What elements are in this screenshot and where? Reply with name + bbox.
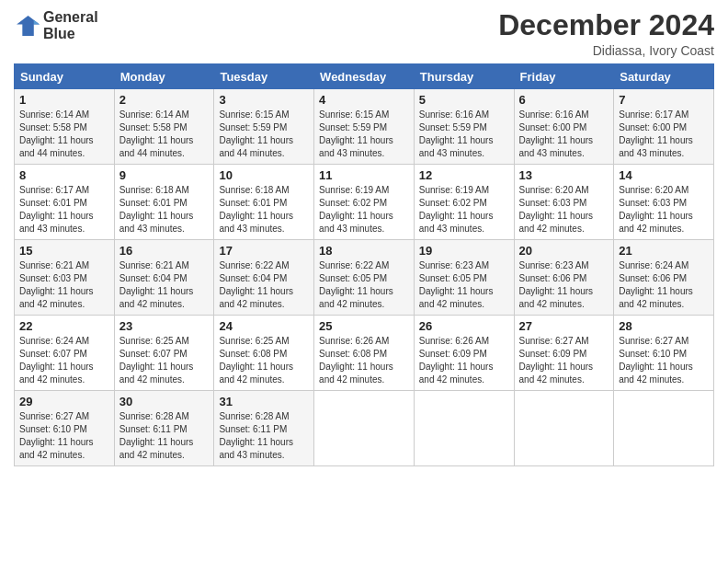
day-number: 18 (319, 244, 409, 258)
day-info: Sunrise: 6:18 AMSunset: 6:01 PMDaylight:… (219, 184, 309, 236)
calendar-cell: 22 Sunrise: 6:24 AMSunset: 6:07 PMDaylig… (15, 316, 115, 391)
calendar: SundayMondayTuesdayWednesdayThursdayFrid… (14, 63, 714, 466)
day-number: 7 (619, 93, 709, 107)
day-number: 21 (619, 244, 709, 258)
day-info: Sunrise: 6:25 AMSunset: 6:08 PMDaylight:… (219, 335, 309, 386)
calendar-week-0: 1 Sunrise: 6:14 AMSunset: 5:58 PMDayligh… (15, 89, 714, 165)
calendar-cell: 21 Sunrise: 6:24 AMSunset: 6:06 PMDaylig… (614, 240, 714, 316)
header-friday: Friday (514, 64, 614, 89)
day-info: Sunrise: 6:27 AMSunset: 6:10 PMDaylight:… (19, 410, 109, 462)
calendar-cell: 2 Sunrise: 6:14 AMSunset: 5:58 PMDayligh… (114, 89, 214, 165)
calendar-cell: 27 Sunrise: 6:27 AMSunset: 6:09 PMDaylig… (514, 316, 614, 391)
day-number: 25 (319, 319, 409, 333)
calendar-cell: 30 Sunrise: 6:28 AMSunset: 6:11 PMDaylig… (114, 391, 214, 466)
logo: General Blue (14, 9, 98, 41)
calendar-cell: 19 Sunrise: 6:23 AMSunset: 6:05 PMDaylig… (414, 240, 514, 316)
day-info: Sunrise: 6:18 AMSunset: 6:01 PMDaylight:… (119, 184, 210, 236)
day-number: 12 (419, 168, 509, 182)
day-number: 9 (119, 168, 210, 182)
calendar-cell: 13 Sunrise: 6:20 AMSunset: 6:03 PMDaylig… (514, 165, 614, 240)
day-number: 30 (119, 395, 210, 408)
calendar-body: 1 Sunrise: 6:14 AMSunset: 5:58 PMDayligh… (15, 89, 714, 466)
day-info: Sunrise: 6:28 AMSunset: 6:11 PMDaylight:… (119, 410, 210, 462)
calendar-cell: 28 Sunrise: 6:27 AMSunset: 6:10 PMDaylig… (614, 316, 714, 391)
day-info: Sunrise: 6:17 AMSunset: 6:01 PMDaylight:… (19, 184, 109, 236)
day-info: Sunrise: 6:26 AMSunset: 6:09 PMDaylight:… (419, 335, 509, 386)
calendar-cell: 11 Sunrise: 6:19 AMSunset: 6:02 PMDaylig… (314, 165, 415, 240)
calendar-week-1: 8 Sunrise: 6:17 AMSunset: 6:01 PMDayligh… (15, 165, 714, 240)
calendar-week-2: 15 Sunrise: 6:21 AMSunset: 6:03 PMDaylig… (15, 240, 714, 316)
calendar-cell (614, 391, 714, 466)
day-number: 23 (119, 319, 210, 333)
day-info: Sunrise: 6:21 AMSunset: 6:03 PMDaylight:… (19, 259, 109, 311)
calendar-week-3: 22 Sunrise: 6:24 AMSunset: 6:07 PMDaylig… (15, 316, 714, 391)
day-info: Sunrise: 6:28 AMSunset: 6:11 PMDaylight:… (219, 410, 309, 462)
calendar-cell: 31 Sunrise: 6:28 AMSunset: 6:11 PMDaylig… (214, 391, 314, 466)
day-info: Sunrise: 6:17 AMSunset: 6:00 PMDaylight:… (619, 109, 709, 160)
day-info: Sunrise: 6:14 AMSunset: 5:58 PMDaylight:… (19, 109, 109, 160)
header-wednesday: Wednesday (314, 64, 415, 89)
svg-marker-0 (17, 16, 40, 36)
calendar-cell: 1 Sunrise: 6:14 AMSunset: 5:58 PMDayligh… (15, 89, 115, 165)
calendar-cell: 16 Sunrise: 6:21 AMSunset: 6:04 PMDaylig… (114, 240, 214, 316)
calendar-cell: 29 Sunrise: 6:27 AMSunset: 6:10 PMDaylig… (15, 391, 115, 466)
calendar-cell: 7 Sunrise: 6:17 AMSunset: 6:00 PMDayligh… (614, 89, 714, 165)
day-info: Sunrise: 6:24 AMSunset: 6:06 PMDaylight:… (619, 259, 709, 311)
calendar-cell (314, 391, 415, 466)
calendar-cell (514, 391, 614, 466)
header-thursday: Thursday (414, 64, 514, 89)
day-number: 19 (419, 244, 509, 258)
calendar-cell: 6 Sunrise: 6:16 AMSunset: 6:00 PMDayligh… (514, 89, 614, 165)
calendar-cell: 15 Sunrise: 6:21 AMSunset: 6:03 PMDaylig… (15, 240, 115, 316)
day-info: Sunrise: 6:15 AMSunset: 5:59 PMDaylight:… (319, 109, 409, 160)
logo-line1: General (43, 9, 98, 26)
logo-icon (14, 13, 40, 39)
day-number: 22 (19, 319, 109, 333)
day-info: Sunrise: 6:15 AMSunset: 5:59 PMDaylight:… (219, 109, 309, 160)
day-info: Sunrise: 6:14 AMSunset: 5:58 PMDaylight:… (119, 109, 210, 160)
calendar-cell: 14 Sunrise: 6:20 AMSunset: 6:03 PMDaylig… (614, 165, 714, 240)
calendar-cell: 17 Sunrise: 6:22 AMSunset: 6:04 PMDaylig… (214, 240, 314, 316)
day-info: Sunrise: 6:16 AMSunset: 5:59 PMDaylight:… (419, 109, 509, 160)
day-number: 6 (519, 93, 609, 107)
day-number: 15 (19, 244, 109, 258)
day-number: 28 (619, 319, 709, 333)
day-number: 29 (19, 395, 109, 408)
day-info: Sunrise: 6:27 AMSunset: 6:10 PMDaylight:… (619, 335, 709, 386)
day-number: 3 (219, 93, 309, 107)
day-info: Sunrise: 6:25 AMSunset: 6:07 PMDaylight:… (119, 335, 210, 386)
day-number: 26 (419, 319, 509, 333)
calendar-cell: 23 Sunrise: 6:25 AMSunset: 6:07 PMDaylig… (114, 316, 214, 391)
header-monday: Monday (114, 64, 214, 89)
calendar-cell: 10 Sunrise: 6:18 AMSunset: 6:01 PMDaylig… (214, 165, 314, 240)
day-number: 13 (519, 168, 609, 182)
header-tuesday: Tuesday (214, 64, 314, 89)
calendar-cell: 12 Sunrise: 6:19 AMSunset: 6:02 PMDaylig… (414, 165, 514, 240)
day-number: 16 (119, 244, 210, 258)
calendar-cell: 9 Sunrise: 6:18 AMSunset: 6:01 PMDayligh… (114, 165, 214, 240)
day-info: Sunrise: 6:20 AMSunset: 6:03 PMDaylight:… (519, 184, 609, 236)
day-number: 8 (19, 168, 109, 182)
location-title: Didiassa, Ivory Coast (498, 43, 714, 58)
day-info: Sunrise: 6:20 AMSunset: 6:03 PMDaylight:… (619, 184, 709, 236)
calendar-cell: 4 Sunrise: 6:15 AMSunset: 5:59 PMDayligh… (314, 89, 415, 165)
day-info: Sunrise: 6:22 AMSunset: 6:04 PMDaylight:… (219, 259, 309, 311)
day-number: 1 (19, 93, 109, 107)
calendar-cell: 24 Sunrise: 6:25 AMSunset: 6:08 PMDaylig… (214, 316, 314, 391)
day-info: Sunrise: 6:21 AMSunset: 6:04 PMDaylight:… (119, 259, 210, 311)
calendar-week-4: 29 Sunrise: 6:27 AMSunset: 6:10 PMDaylig… (15, 391, 714, 466)
header: General Blue December 2024 Didiassa, Ivo… (14, 9, 714, 58)
day-number: 24 (219, 319, 309, 333)
calendar-cell (414, 391, 514, 466)
calendar-cell: 5 Sunrise: 6:16 AMSunset: 5:59 PMDayligh… (414, 89, 514, 165)
month-title: December 2024 (498, 9, 714, 41)
day-info: Sunrise: 6:24 AMSunset: 6:07 PMDaylight:… (19, 335, 109, 386)
day-number: 11 (319, 168, 409, 182)
day-number: 10 (219, 168, 309, 182)
day-number: 4 (319, 93, 409, 107)
logo-line2: Blue (43, 26, 98, 42)
day-info: Sunrise: 6:22 AMSunset: 6:05 PMDaylight:… (319, 259, 409, 311)
title-block: December 2024 Didiassa, Ivory Coast (498, 9, 714, 58)
calendar-header-row: SundayMondayTuesdayWednesdayThursdayFrid… (15, 64, 714, 89)
header-saturday: Saturday (614, 64, 714, 89)
